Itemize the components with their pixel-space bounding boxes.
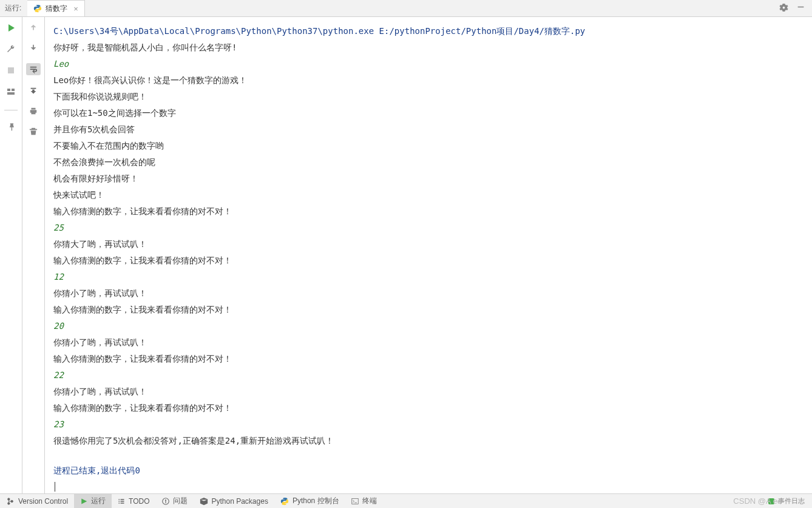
console-output-line: 你猜小了哟，再试试叭！ [53, 285, 805, 302]
minimize-icon[interactable] [797, 3, 805, 14]
python-icon [33, 4, 42, 13]
console-output-line: 你猜小了哟，再试试叭！ [53, 384, 805, 400]
console-output[interactable]: C:\Users\34号\AppData\Local\Programs\Pyth… [45, 17, 812, 493]
divider [4, 110, 18, 110]
console-input-line: 25 [53, 220, 805, 236]
problems-tab[interactable]: 问题 [156, 494, 194, 508]
console-output-line: 不然会浪费掉一次机会的呢 [53, 154, 805, 171]
scroll-to-end-icon[interactable] [26, 85, 41, 97]
console-output-line: 输入你猜测的数字，让我来看看你猜的对不对！ [53, 302, 805, 318]
trash-icon[interactable] [29, 127, 38, 137]
down-arrow-icon[interactable] [29, 43, 38, 53]
exec-path: C:\Users\34号\AppData\Local\Programs\Pyth… [53, 23, 805, 39]
run-panel-header: 运行: 猜数字 × [0, 0, 812, 17]
console-input-line: 12 [53, 269, 805, 285]
todo-tab[interactable]: TODO [112, 494, 155, 508]
svg-rect-7 [165, 502, 166, 503]
svg-rect-2 [7, 89, 10, 91]
python-console-tab[interactable]: Python 控制台 [274, 494, 345, 508]
console-output-line: 下面我和你说说规则吧！ [53, 89, 805, 105]
close-icon[interactable]: × [73, 5, 78, 13]
console-output-line: 你猜小了哟，再试试叭！ [53, 334, 805, 351]
event-log[interactable]: 事件日志 [768, 496, 812, 506]
svg-rect-8 [351, 498, 358, 504]
exit-line: 进程已结束,退出代码0 [53, 462, 805, 479]
bottom-label: TODO [129, 497, 149, 506]
bottom-label: Python Packages [212, 497, 268, 506]
print-icon[interactable] [29, 107, 38, 117]
console-output-line: 输入你猜测的数字，让我来看看你猜的对不对！ [53, 351, 805, 367]
bottom-label: Version Control [18, 497, 68, 506]
console-output-line: Leo你好！很高兴认识你！这是一个猜数字的游戏！ [53, 72, 805, 89]
soft-wrap-icon[interactable] [26, 63, 41, 75]
console-input-line: Leo [53, 56, 805, 72]
run-tab[interactable]: 猜数字 × [27, 0, 85, 16]
console-output-line: 输入你猜测的数字，让我来看看你猜的对不对！ [53, 252, 805, 269]
run-label: 运行: [5, 3, 21, 13]
terminal-tab[interactable]: 终端 [345, 494, 383, 508]
gear-icon[interactable] [779, 3, 788, 14]
run-toolbar-right [22, 17, 45, 493]
console-input-line: 22 [53, 367, 805, 384]
console-output-line: 很遗憾你用完了5次机会都没答对,正确答案是24,重新开始游戏再试试叭！ [53, 433, 805, 449]
run-tab-bottom[interactable]: 运行 [74, 494, 112, 508]
console-output-line: 输入你猜测的数字，让我来看看你猜的对不对！ [53, 203, 805, 220]
svg-rect-4 [7, 92, 15, 95]
layout-icon[interactable] [6, 87, 16, 98]
bottom-label: 问题 [173, 496, 188, 506]
bottom-label: 运行 [91, 496, 106, 506]
console-output-line: 机会有限好好珍惜呀！ [53, 171, 805, 187]
version-control-tab[interactable]: Version Control [0, 494, 74, 508]
svg-rect-3 [12, 89, 15, 91]
svg-rect-1 [8, 67, 14, 73]
svg-rect-0 [798, 6, 804, 7]
status-indicator-icon [768, 498, 774, 504]
console-cursor [53, 479, 805, 493]
pin-icon[interactable] [6, 122, 16, 134]
stop-icon[interactable] [6, 66, 16, 77]
tab-title: 猜数字 [46, 4, 67, 14]
console-input-line: 23 [53, 416, 805, 433]
console-output-line: 你猜大了哟，再试试叭！ [53, 236, 805, 252]
console-output-line: 你好呀，我是智能机器人小白，你叫什么名字呀! [53, 39, 805, 56]
packages-tab[interactable]: Python Packages [194, 494, 274, 508]
console-output-line: 输入你猜测的数字，让我来看看你猜的对不对！ [53, 400, 805, 416]
up-arrow-icon[interactable] [29, 23, 38, 33]
console-output-line: 并且你有5次机会回答 [53, 121, 805, 138]
bottom-toolbar: Version Control 运行 TODO 问题 Python Packag… [0, 493, 812, 508]
bottom-label: 事件日志 [778, 496, 805, 506]
bottom-label: 终端 [362, 496, 377, 506]
run-toolbar-left [0, 17, 22, 493]
wrench-icon[interactable] [6, 44, 16, 56]
rerun-icon[interactable] [6, 23, 16, 35]
bottom-label: Python 控制台 [293, 496, 339, 506]
console-input-line: 20 [53, 318, 805, 334]
console-output-line: 快来试试吧！ [53, 187, 805, 203]
console-output-line: 不要输入不在范围内的数字哟 [53, 138, 805, 154]
svg-rect-6 [165, 500, 166, 502]
console-output-line: 你可以在1~50之间选择一个数字 [53, 105, 805, 121]
